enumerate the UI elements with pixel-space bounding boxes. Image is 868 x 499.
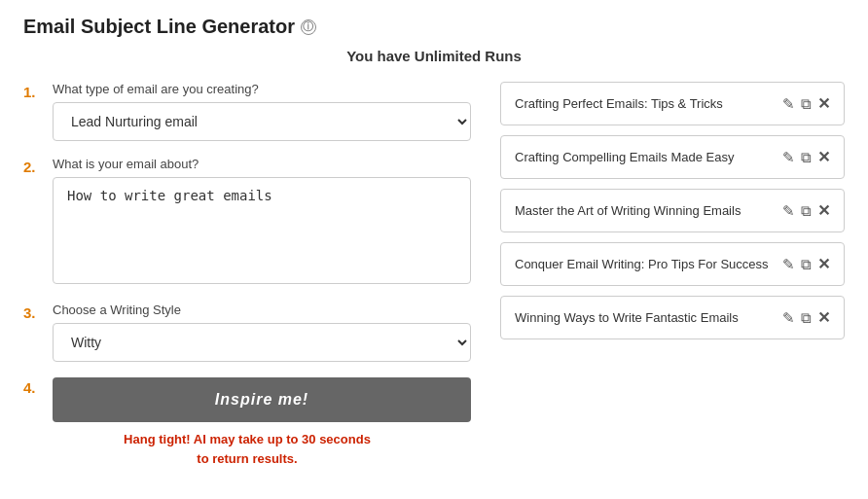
edit-icon[interactable]: ✎ (782, 202, 795, 220)
wait-message-line1: Hang tight! AI may take up to 30 seconds (23, 430, 471, 449)
edit-icon[interactable]: ✎ (782, 256, 795, 273)
close-icon[interactable]: ✕ (817, 308, 830, 327)
email-about-textarea[interactable]: How to write great emails (53, 177, 471, 284)
wait-message: Hang tight! AI may take up to 30 seconds… (23, 430, 471, 468)
step-3-number: 3. (23, 304, 43, 321)
result-text: Crafting Perfect Emails: Tips & Tricks (515, 96, 773, 111)
result-item: Winning Ways to Write Fantastic Emails✎⧉… (500, 296, 845, 339)
close-icon[interactable]: ✕ (817, 148, 830, 166)
result-item: Crafting Perfect Emails: Tips & Tricks✎⧉… (500, 82, 845, 125)
step-2-content: What is your email about? How to write g… (53, 157, 471, 287)
close-icon[interactable]: ✕ (817, 255, 830, 273)
step-1-label: What type of email are you creating? (53, 82, 471, 96)
wait-message-line2: to return results. (23, 449, 471, 469)
writing-style-select[interactable]: Witty Professional Friendly Urgent Curio… (53, 323, 471, 362)
copy-icon[interactable]: ⧉ (801, 309, 812, 327)
result-text: Master the Art of Writing Winning Emails (515, 203, 773, 218)
close-icon[interactable]: ✕ (817, 201, 830, 220)
result-actions: ✎⧉✕ (782, 148, 830, 166)
inspire-button[interactable]: Inspire me! (53, 377, 471, 422)
step-4-group: 4. Inspire me! (23, 377, 471, 422)
result-text: Conquer Email Writing: Pro Tips For Succ… (515, 257, 773, 271)
title-text: Email Subject Line Generator (23, 16, 295, 38)
copy-icon[interactable]: ⧉ (801, 256, 812, 273)
step-1-group: 1. What type of email are you creating? … (23, 82, 471, 141)
step-2-number: 2. (23, 159, 43, 175)
result-actions: ✎⧉✕ (782, 308, 830, 327)
info-icon[interactable]: ⓘ (301, 19, 316, 35)
step-4-content: Inspire me! (53, 377, 471, 422)
copy-icon[interactable]: ⧉ (801, 149, 812, 166)
edit-icon[interactable]: ✎ (782, 309, 795, 327)
unlimited-runs-text: You have Unlimited Runs (23, 48, 845, 64)
step-3-content: Choose a Writing Style Witty Professiona… (53, 303, 471, 362)
copy-icon[interactable]: ⧉ (801, 95, 812, 113)
result-item: Conquer Email Writing: Pro Tips For Succ… (500, 242, 845, 286)
result-actions: ✎⧉✕ (782, 201, 830, 220)
left-panel: 1. What type of email are you creating? … (23, 82, 471, 468)
result-text: Winning Ways to Write Fantastic Emails (515, 310, 773, 325)
edit-icon[interactable]: ✎ (782, 95, 795, 113)
result-actions: ✎⧉✕ (782, 255, 830, 273)
result-item: Master the Art of Writing Winning Emails… (500, 189, 845, 232)
results-panel: Crafting Perfect Emails: Tips & Tricks✎⧉… (500, 82, 845, 339)
close-icon[interactable]: ✕ (817, 94, 830, 113)
step-1-number: 1. (23, 84, 43, 100)
edit-icon[interactable]: ✎ (782, 149, 795, 166)
step-2-group: 2. What is your email about? How to writ… (23, 157, 471, 287)
result-text: Crafting Compelling Emails Made Easy (515, 150, 773, 164)
copy-icon[interactable]: ⧉ (801, 202, 812, 220)
step-2-label: What is your email about? (53, 157, 471, 171)
step-4-number: 4. (23, 379, 43, 396)
step-1-content: What type of email are you creating? Lea… (53, 82, 471, 141)
email-type-select[interactable]: Lead Nurturing email Promotional email N… (53, 102, 471, 141)
step-3-group: 3. Choose a Writing Style Witty Professi… (23, 303, 471, 362)
result-item: Crafting Compelling Emails Made Easy✎⧉✕ (500, 135, 845, 179)
step-3-label: Choose a Writing Style (53, 303, 471, 317)
page-title: Email Subject Line Generator ⓘ (23, 16, 845, 38)
result-actions: ✎⧉✕ (782, 94, 830, 113)
